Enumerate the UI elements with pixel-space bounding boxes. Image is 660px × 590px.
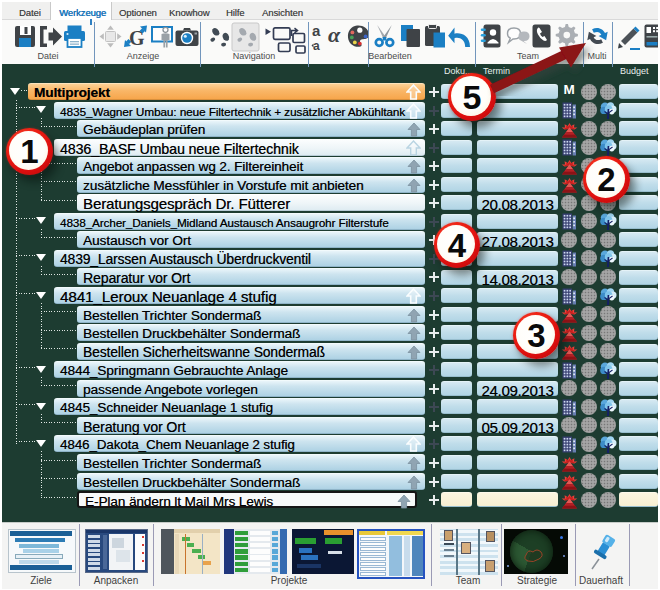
svg-text:a: a	[313, 39, 320, 53]
svg-text:a: a	[312, 22, 321, 39]
svg-text:α: α	[328, 22, 341, 47]
